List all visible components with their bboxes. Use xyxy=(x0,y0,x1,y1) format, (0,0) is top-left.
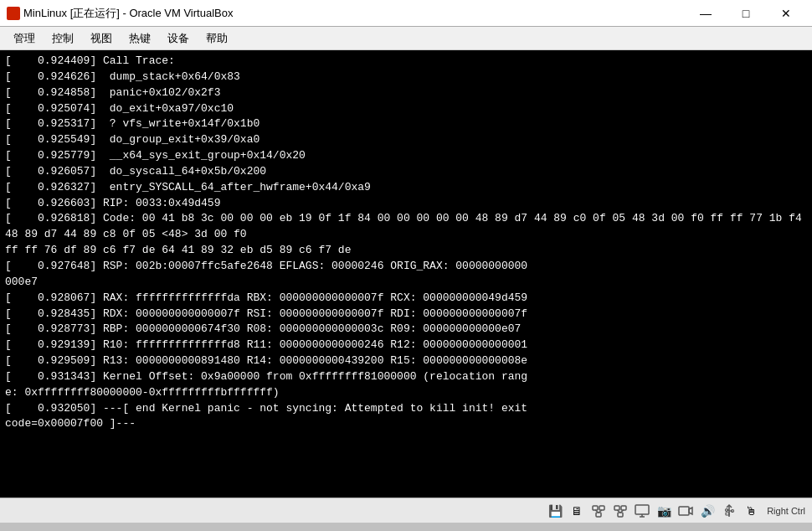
vbox-icon xyxy=(7,7,20,20)
status-icon-snapshot[interactable]: 📷 xyxy=(655,502,673,520)
svg-rect-6 xyxy=(621,506,626,510)
svg-rect-16 xyxy=(726,513,729,515)
svg-rect-13 xyxy=(679,507,689,515)
right-ctrl-label: Right Ctrl xyxy=(767,506,805,516)
title-bar-text: MinLinux [正在运行] - Oracle VM VirtualBox xyxy=(23,6,686,21)
status-icon-screen[interactable]: 🖥 xyxy=(568,502,586,520)
close-button[interactable]: ✕ xyxy=(767,0,805,27)
menu-manage[interactable]: 管理 xyxy=(5,28,44,49)
vm-display[interactable]: [ 0.924409] Call Trace: [ 0.924626] dump… xyxy=(0,50,812,497)
menu-help[interactable]: 帮助 xyxy=(198,28,236,49)
status-icon-sound[interactable]: 🔊 xyxy=(698,502,717,520)
svg-marker-14 xyxy=(689,508,692,514)
menu-hotkey[interactable]: 热键 xyxy=(121,28,159,49)
status-icon-network2[interactable] xyxy=(611,502,630,520)
status-icon-display[interactable] xyxy=(633,502,651,520)
status-icon-save[interactable]: 💾 xyxy=(546,502,564,520)
status-bar: 💾 🖥 📷 🔊 xyxy=(0,497,812,523)
svg-rect-1 xyxy=(599,506,604,510)
minimize-button[interactable]: — xyxy=(686,0,725,27)
title-bar: MinLinux [正在运行] - Oracle VM VirtualBox —… xyxy=(0,0,812,27)
terminal-output: [ 0.924409] Call Trace: [ 0.924626] dump… xyxy=(0,50,812,436)
menu-view[interactable]: 视图 xyxy=(82,28,121,49)
status-icon-network1[interactable] xyxy=(589,502,608,520)
menu-control[interactable]: 控制 xyxy=(44,28,82,49)
svg-rect-2 xyxy=(596,513,601,517)
title-bar-controls: — □ ✕ xyxy=(686,0,805,27)
status-icon-mouse[interactable]: 🖱 xyxy=(742,502,760,520)
svg-rect-5 xyxy=(614,506,619,510)
menu-bar: 管理 控制 视图 热键 设备 帮助 xyxy=(0,27,812,50)
svg-rect-7 xyxy=(618,513,623,517)
svg-rect-10 xyxy=(635,505,649,514)
status-icon-usb[interactable] xyxy=(720,502,738,520)
maximize-button[interactable]: □ xyxy=(727,0,765,27)
menu-device[interactable]: 设备 xyxy=(159,28,198,49)
status-icon-recording[interactable] xyxy=(676,502,695,520)
svg-rect-0 xyxy=(593,506,598,510)
